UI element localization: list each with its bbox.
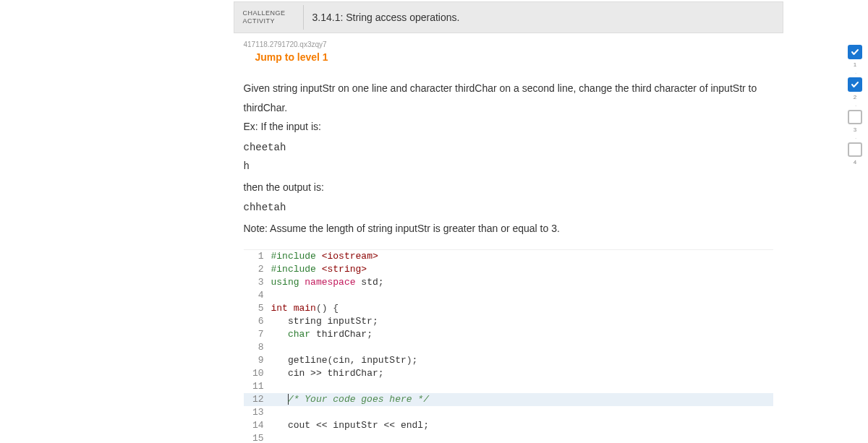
code-line[interactable]: 13 [244, 406, 773, 419]
example-input-line: h [244, 158, 773, 174]
line-number: 2 [244, 263, 271, 276]
check-icon [851, 80, 859, 89]
line-number: 10 [244, 367, 271, 380]
example-input-line: cheetah [244, 139, 773, 155]
activity-meta-id: 417118.2791720.qx3zqy7 [234, 33, 783, 51]
code-content[interactable]: cin >> thirdChar; [271, 367, 384, 380]
line-number: 15 [244, 432, 271, 443]
code-line[interactable]: 9 getline(cin, inputStr); [244, 354, 773, 367]
example-output-line: chhetah [244, 199, 773, 215]
line-number: 14 [244, 419, 271, 432]
prompt-paragraph: Given string inputStr on one line and ch… [244, 79, 773, 117]
code-content[interactable]: int main() { [271, 302, 339, 315]
prompt-note: Note: Assume the length of string inputS… [244, 219, 773, 238]
activity-header: CHALLENGE ACTIVITY 3.14.1: String access… [234, 1, 783, 33]
code-content[interactable]: char thirdChar; [271, 328, 373, 341]
jump-to-level-link[interactable]: Jump to level 1 [234, 51, 783, 72]
code-line[interactable]: 4 [244, 289, 773, 302]
line-number: 6 [244, 315, 271, 328]
code-content[interactable]: using namespace std; [271, 276, 384, 289]
code-content[interactable]: #include <string> [271, 263, 367, 276]
code-content[interactable]: #include <iostream> [271, 250, 378, 263]
progress-box-1[interactable] [848, 45, 862, 59]
progress-box-3[interactable] [848, 110, 862, 124]
prompt-paragraph: then the output is: [244, 178, 773, 197]
activity-badge: CHALLENGE ACTIVITY [234, 5, 304, 30]
line-number: 4 [244, 289, 271, 302]
line-number: 11 [244, 380, 271, 393]
code-line[interactable]: 2#include <string> [244, 263, 773, 276]
code-line[interactable]: 12 /* Your code goes here */ [244, 393, 773, 406]
progress-rail: 1·2·3·4 [842, 45, 868, 168]
progress-label: 1 [854, 61, 856, 68]
badge-line-1: CHALLENGE [243, 9, 294, 17]
code-line[interactable]: 11 [244, 380, 773, 393]
progress-label: 2 [854, 94, 856, 100]
line-number: 1 [244, 250, 271, 263]
code-line[interactable]: 3using namespace std; [244, 276, 773, 289]
activity-container: CHALLENGE ACTIVITY 3.14.1: String access… [85, 1, 783, 443]
code-content[interactable]: /* Your code goes here */ [271, 393, 429, 406]
code-line[interactable]: 1#include <iostream> [244, 250, 773, 263]
line-number: 5 [244, 302, 271, 315]
line-number: 3 [244, 276, 271, 289]
progress-label: 4 [854, 159, 856, 165]
line-number: 7 [244, 328, 271, 341]
code-line[interactable]: 5int main() { [244, 302, 773, 315]
progress-label: 3 [854, 126, 856, 133]
code-content[interactable]: cout << inputStr << endl; [271, 419, 429, 432]
check-icon [851, 48, 859, 56]
badge-line-2: ACTIVITY [243, 17, 294, 25]
line-number: 12 [244, 393, 271, 406]
code-editor[interactable]: 1#include <iostream>2#include <string>3u… [244, 249, 773, 443]
code-line[interactable]: 14 cout << inputStr << endl; [244, 419, 773, 432]
code-line[interactable]: 7 char thirdChar; [244, 328, 773, 341]
code-line[interactable]: 8 [244, 341, 773, 354]
prompt-text: Given string inputStr on one line and ch… [234, 72, 783, 245]
code-line[interactable]: 10 cin >> thirdChar; [244, 367, 773, 380]
line-number: 13 [244, 406, 271, 419]
activity-title: 3.14.1: String access operations. [304, 12, 460, 23]
line-number: 9 [244, 354, 271, 367]
code-content[interactable]: string inputStr; [271, 315, 378, 328]
progress-box-4[interactable] [848, 142, 862, 157]
code-line[interactable]: 15 [244, 432, 773, 443]
line-number: 8 [244, 341, 271, 354]
code-line[interactable]: 6 string inputStr; [244, 315, 773, 328]
code-content[interactable]: getline(cin, inputStr); [271, 354, 418, 367]
progress-box-2[interactable] [848, 77, 862, 92]
prompt-paragraph: Ex: If the input is: [244, 117, 773, 137]
